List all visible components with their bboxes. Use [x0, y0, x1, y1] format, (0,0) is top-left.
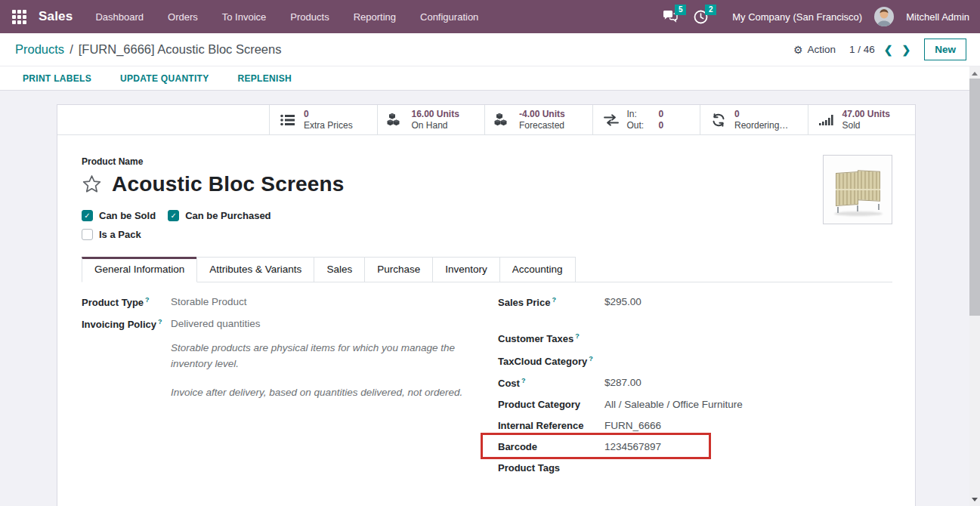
list-icon — [279, 114, 297, 126]
on-hand-stat-button[interactable]: 16.00 Units On Hand — [377, 105, 485, 134]
extra-prices-label: Extra Prices — [304, 120, 353, 131]
can-be-sold-checkbox[interactable]: ✓ Can be Sold — [82, 210, 156, 221]
extra-prices-stat-button[interactable]: 0 Extra Prices — [269, 105, 377, 134]
sales-price-value[interactable]: $295.00 — [604, 296, 641, 308]
menu-item-orders[interactable]: Orders — [168, 11, 198, 23]
breadcrumb: Products / [FURN_6666] Acoustic Bloc Scr… — [15, 42, 281, 57]
menu-item-dashboard[interactable]: Dashboard — [95, 11, 144, 23]
page-body: 0 Extra Prices 16.00 Units On Hand — [0, 91, 969, 506]
internal-reference-field: Internal Reference FURN_6666 — [498, 420, 892, 431]
barcode-value[interactable]: 1234567897 — [604, 441, 661, 452]
reordering-value: 0 — [734, 109, 788, 119]
forecasted-value: -4.00 Units — [519, 109, 565, 119]
replenish-button[interactable]: REPLENISH — [238, 73, 292, 84]
tab-inventory[interactable]: Inventory — [432, 257, 500, 282]
acoustic-screen-picture — [834, 169, 883, 211]
customer-taxes-field: Customer Taxes? — [498, 332, 892, 344]
barcode-label: Barcode — [498, 441, 604, 452]
internal-reference-value[interactable]: FURN_6666 — [604, 420, 661, 431]
scroll-up-icon[interactable] — [969, 68, 980, 79]
cubes-icon — [387, 113, 405, 127]
company-switcher[interactable]: My Company (San Francisco) — [732, 11, 862, 23]
help-icon: ? — [521, 377, 526, 384]
in-out-stat-button[interactable]: In: 0 Out: 0 — [592, 105, 700, 134]
user-avatar[interactable] — [874, 7, 894, 26]
bar-chart-icon — [818, 114, 836, 126]
invoicing-policy-value[interactable]: Delivered quantities — [171, 318, 261, 330]
product-category-field: Product Category All / Saleable / Office… — [498, 399, 892, 410]
top-navbar: Sales Dashboard Orders To Invoice Produc… — [0, 0, 980, 33]
user-menu[interactable]: Mitchell Admin — [906, 11, 969, 23]
cost-field: Cost? $287.00 — [498, 377, 892, 389]
activities-button[interactable]: 2 — [691, 8, 709, 26]
cost-value[interactable]: $287.00 — [604, 377, 641, 389]
scroll-down-icon[interactable] — [969, 494, 980, 504]
product-category-value[interactable]: All / Saleable / Office Furniture — [604, 399, 743, 410]
is-a-pack-checkbox[interactable]: Is a Pack — [82, 229, 141, 240]
forecasted-stat-button[interactable]: -4.00 Units Forecasted — [484, 105, 592, 134]
gear-icon: ⚙ — [793, 44, 803, 56]
forecasted-label: Forecasted — [519, 120, 565, 131]
help-icon: ? — [552, 296, 556, 304]
tab-accounting[interactable]: Accounting — [499, 257, 576, 282]
cost-label: Cost? — [498, 377, 604, 389]
tab-attributes-variants[interactable]: Attributes & Variants — [196, 257, 314, 282]
checkbox-icon[interactable]: ✓ — [168, 210, 179, 221]
record-pager: 1 / 46 ❮ ❯ — [849, 44, 910, 56]
menu-item-reporting[interactable]: Reporting — [354, 11, 396, 23]
invoicing-policy-label: Invoicing Policy? — [82, 318, 171, 330]
product-image[interactable] — [823, 155, 892, 224]
page-title[interactable]: Acoustic Bloc Screens — [112, 172, 345, 196]
tab-sales[interactable]: Sales — [314, 257, 365, 282]
taxcloud-category-label: TaxCloud Category? — [498, 355, 604, 367]
invoicing-policy-help-text: Invoice after delivery, based on quantit… — [171, 385, 471, 401]
can-be-purchased-checkbox[interactable]: ✓ Can be Purchased — [168, 210, 271, 221]
storable-product-help-text: Storable products are physical items for… — [171, 341, 471, 372]
exchange-arrows-icon — [602, 114, 620, 126]
help-icon: ? — [158, 318, 162, 326]
in-value: 0 — [659, 109, 664, 120]
messages-button[interactable]: 5 — [661, 8, 679, 26]
pager-next-icon[interactable]: ❯ — [902, 44, 911, 56]
print-labels-button[interactable]: PRINT LABELS — [23, 73, 91, 84]
update-quantity-button[interactable]: UPDATE QUANTITY — [120, 73, 209, 84]
product-category-label: Product Category — [498, 399, 604, 410]
barcode-field: Barcode 1234567897 — [498, 441, 892, 452]
help-icon: ? — [589, 355, 593, 363]
pager-count: 1 / 46 — [849, 44, 875, 55]
breadcrumb-products-link[interactable]: Products — [15, 42, 64, 57]
sold-stat-button[interactable]: 47.00 Units Sold — [808, 105, 916, 134]
product-type-field: Product Type? Storable Product — [82, 296, 480, 308]
in-label: In: — [627, 109, 650, 120]
checkbox-icon[interactable]: ✓ — [82, 210, 93, 221]
breadcrumb-current: [FURN_6666] Acoustic Bloc Screens — [79, 42, 282, 57]
favorite-star-icon[interactable] — [82, 174, 102, 194]
product-type-value[interactable]: Storable Product — [171, 296, 247, 308]
apps-grid-icon[interactable] — [12, 10, 26, 24]
tab-general-information[interactable]: General Information — [82, 257, 197, 282]
breadcrumb-separator: / — [70, 42, 73, 57]
on-hand-label: On Hand — [412, 120, 459, 131]
extra-prices-value: 0 — [304, 109, 353, 119]
vertical-scrollbar[interactable] — [969, 66, 980, 506]
action-label: Action — [807, 44, 836, 55]
messages-badge: 5 — [675, 5, 686, 15]
taxcloud-category-field: TaxCloud Category? — [498, 355, 892, 367]
tab-purchase[interactable]: Purchase — [364, 257, 433, 282]
activities-badge: 2 — [705, 5, 716, 15]
new-button[interactable]: New — [924, 39, 966, 60]
checkbox-icon[interactable] — [82, 229, 93, 240]
customer-taxes-label: Customer Taxes? — [498, 332, 604, 344]
menu-item-to-invoice[interactable]: To Invoice — [222, 11, 267, 23]
help-icon: ? — [575, 332, 580, 340]
menu-item-configuration[interactable]: Configuration — [420, 11, 478, 23]
action-menu-button[interactable]: ⚙ Action — [793, 44, 836, 56]
pager-prev-icon[interactable]: ❮ — [884, 44, 893, 56]
app-name[interactable]: Sales — [39, 9, 73, 24]
form-action-buttons: PRINT LABELS UPDATE QUANTITY REPLENISH — [0, 66, 969, 91]
menu-item-products[interactable]: Products — [290, 11, 329, 23]
reordering-rules-stat-button[interactable]: 0 Reordering… — [700, 105, 808, 134]
scrollbar-thumb[interactable] — [969, 79, 980, 316]
sales-price-label: Sales Price? — [498, 296, 604, 308]
sold-label: Sold — [842, 120, 890, 131]
